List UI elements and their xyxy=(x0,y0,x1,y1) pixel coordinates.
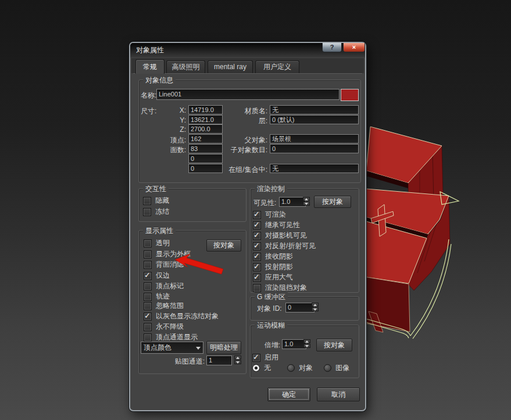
checkbox-box[interactable] xyxy=(252,354,260,362)
name-input[interactable]: Line001 xyxy=(156,89,340,100)
checkbox-box[interactable] xyxy=(144,261,152,269)
checkbox-renderable[interactable]: 可渲染 xyxy=(253,210,286,219)
radio-object[interactable]: 对象 xyxy=(287,364,313,372)
checkbox-transparent[interactable]: 透明 xyxy=(144,239,170,247)
checkbox-visible-to-reflection[interactable]: 对反射/折射可见 xyxy=(253,242,316,250)
checkbox-visible-to-camera[interactable]: 对摄影机可见 xyxy=(253,231,307,240)
tab-general[interactable]: 常规 xyxy=(135,59,165,74)
checkbox-apply-atmospherics[interactable]: 应用大气 xyxy=(253,273,293,282)
checkbox-edges-only[interactable]: 仅边 xyxy=(144,271,170,280)
checkbox-box[interactable] xyxy=(144,313,152,321)
radio-none[interactable]: 无 xyxy=(252,364,271,372)
parent-value: 场景根 xyxy=(270,134,359,143)
children-value: 0 xyxy=(270,144,359,153)
shaded-button[interactable]: 明暗处理 xyxy=(206,341,241,354)
checkbox-box[interactable] xyxy=(144,293,152,301)
vertices-label: 顶点: xyxy=(153,135,186,145)
radio-label: 无 xyxy=(264,363,271,373)
spinner-up-icon[interactable] xyxy=(234,356,241,360)
spinner-up-icon[interactable] xyxy=(312,303,319,307)
checkbox-box[interactable] xyxy=(253,232,261,240)
checkbox-box[interactable] xyxy=(144,272,152,280)
checkbox-label: 忽略范围 xyxy=(156,301,184,311)
group-title: 交互性 xyxy=(143,184,169,194)
checkbox-receive-shadows[interactable]: 接收阴影 xyxy=(253,252,293,261)
help-icon[interactable]: ? xyxy=(322,43,342,52)
display-by-object-button[interactable]: 按对象 xyxy=(206,239,241,252)
checkbox-display-as-box[interactable]: 显示为外框 xyxy=(144,250,191,259)
ok-button[interactable]: 确定 xyxy=(267,387,310,401)
checkbox-enabled[interactable]: 启用 xyxy=(252,353,278,362)
object-color-swatch[interactable] xyxy=(341,89,359,101)
object-id-input[interactable]: 0 xyxy=(285,303,315,313)
checkbox-label: 以灰色显示冻结对象 xyxy=(156,311,219,321)
map-channel-spinner[interactable] xyxy=(234,356,241,365)
multiplier-spinner[interactable] xyxy=(303,339,310,349)
tab-mental-ray[interactable]: mental ray xyxy=(208,60,253,73)
checkbox-label: 永不降级 xyxy=(156,322,184,332)
checkbox-hide[interactable]: 隐藏 xyxy=(143,196,169,205)
checkbox-box[interactable] xyxy=(253,242,261,250)
radio-label: 图像 xyxy=(335,363,349,373)
checkbox-label: 应用大气 xyxy=(265,272,293,282)
checkbox-box[interactable] xyxy=(143,208,151,216)
checkbox-label: 接收阴影 xyxy=(265,252,293,261)
checkbox-box[interactable] xyxy=(253,274,261,282)
close-icon[interactable]: × xyxy=(343,43,365,52)
checkbox-label: 可渲染 xyxy=(265,210,286,220)
checkbox-backface-cull[interactable]: 背面消隐 xyxy=(144,260,184,269)
checkbox-inherit-visibility[interactable]: 继承可见性 xyxy=(253,221,300,229)
rendering-by-object-button[interactable]: 按对象 xyxy=(314,196,351,208)
checkbox-never-degrade[interactable]: 永不降级 xyxy=(144,322,184,331)
multiplier-input[interactable]: 1.0 xyxy=(282,339,306,349)
y-label: Y: xyxy=(169,116,186,124)
checkbox-box[interactable] xyxy=(253,284,261,292)
spinner-down-icon[interactable] xyxy=(303,344,310,348)
checkbox-render-occluded-objects[interactable]: 渲染阻挡对象 xyxy=(253,283,307,292)
checkbox-box[interactable] xyxy=(144,250,152,259)
object-id-spinner[interactable] xyxy=(312,303,319,312)
checkbox-vertex-channel-display[interactable]: 顶点通道显示 xyxy=(144,333,198,342)
checkbox-cast-shadows[interactable]: 投射阴影 xyxy=(253,263,293,271)
checkbox-show-frozen-in-gray[interactable]: 以灰色显示冻结对象 xyxy=(144,312,219,321)
checkbox-box[interactable] xyxy=(144,333,152,342)
checkbox-trajectory[interactable]: 轨迹 xyxy=(144,292,170,301)
visibility-spinner[interactable] xyxy=(303,197,310,206)
motion-blur-by-object-button[interactable]: 按对象 xyxy=(316,339,352,351)
tab-user-defined[interactable]: 用户定义 xyxy=(255,60,299,73)
checkbox-box[interactable] xyxy=(253,263,261,271)
checkbox-label: 轨迹 xyxy=(156,292,170,301)
map-channel-label: 贴图通道: xyxy=(164,357,205,367)
checkbox-box[interactable] xyxy=(143,197,151,205)
checkbox-label: 显示为外框 xyxy=(156,249,191,259)
radio-image[interactable]: 图像 xyxy=(324,364,349,372)
spinner-down-icon[interactable] xyxy=(312,307,319,311)
checkbox-vertex-ticks[interactable]: 顶点标记 xyxy=(144,282,184,290)
checkbox-box[interactable] xyxy=(253,211,261,219)
spinner-down-icon[interactable] xyxy=(303,202,310,206)
checkbox-freeze[interactable]: 冻结 xyxy=(143,207,169,216)
radio-button[interactable] xyxy=(287,364,295,372)
group-title: 对象信息 xyxy=(143,76,176,85)
radio-button[interactable] xyxy=(252,364,260,372)
map-channel-input[interactable]: 1 xyxy=(206,356,232,365)
group-title: G 缓冲区 xyxy=(255,292,288,302)
checkbox-box[interactable] xyxy=(253,253,261,261)
spinner-up-icon[interactable] xyxy=(303,339,310,343)
checkbox-box[interactable] xyxy=(144,239,152,247)
spinner-down-icon[interactable] xyxy=(234,360,241,364)
tab-advanced-lighting[interactable]: 高级照明 xyxy=(166,60,205,73)
checkbox-box[interactable] xyxy=(144,282,152,290)
checkbox-box[interactable] xyxy=(253,221,261,229)
checkbox-box[interactable] xyxy=(144,302,152,310)
spinner-up-icon[interactable] xyxy=(303,197,310,201)
visibility-input[interactable]: 1.0 xyxy=(279,197,306,207)
vertex-color-dropdown[interactable]: 顶点颜色 xyxy=(141,342,203,354)
object-id-label: 对象 ID: xyxy=(257,304,282,314)
checkbox-label: 投射阴影 xyxy=(265,262,293,272)
checkbox-ignore-extents[interactable]: 忽略范围 xyxy=(144,301,184,310)
cancel-button[interactable]: 取消 xyxy=(317,387,360,401)
z-value: 2700.0 xyxy=(188,124,223,134)
radio-button[interactable] xyxy=(324,364,331,372)
checkbox-box[interactable] xyxy=(144,323,152,331)
